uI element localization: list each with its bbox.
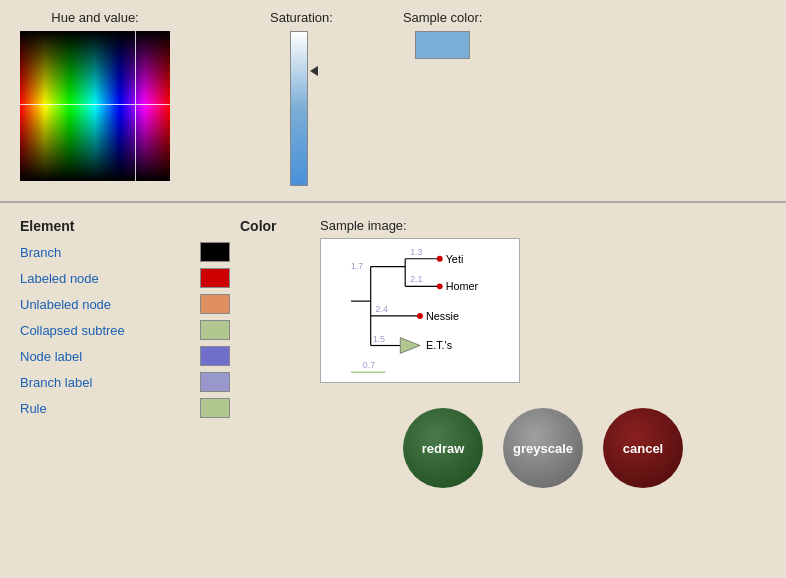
buttons-row: redraw greyscale cancel	[320, 408, 766, 488]
top-panel: Hue and value: Saturation: Sample color:	[0, 0, 786, 203]
crosshair-horizontal	[20, 104, 170, 105]
swatch-branch-label[interactable]	[200, 372, 230, 392]
color-column-header: Color	[240, 218, 277, 234]
swatch-collapsed-subtree[interactable]	[200, 320, 230, 340]
tree-container: Yeti Homer 1.3 2.1 1.7 Nessie 2.4	[320, 238, 520, 383]
table-header: Element Color	[20, 218, 300, 234]
hue-label: Hue and value:	[51, 10, 138, 25]
svg-text:Nessie: Nessie	[426, 310, 459, 322]
hue-section: Hue and value:	[20, 10, 170, 181]
sample-color-section: Sample color:	[403, 10, 482, 59]
elements-table: Element Color Branch Labeled node Unlabe…	[20, 218, 300, 488]
table-row: Rule	[20, 398, 300, 418]
svg-text:0.7: 0.7	[363, 360, 375, 370]
element-collapsed-subtree[interactable]: Collapsed subtree	[20, 323, 180, 338]
saturation-label: Saturation:	[270, 10, 333, 25]
sample-color-box	[415, 31, 470, 59]
saturation-section: Saturation:	[270, 10, 333, 186]
swatch-branch[interactable]	[200, 242, 230, 262]
crosshair-vertical	[135, 31, 136, 181]
swatch-node-label[interactable]	[200, 346, 230, 366]
svg-text:1.7: 1.7	[351, 261, 363, 271]
element-branch-label[interactable]: Branch label	[20, 375, 180, 390]
swatch-rule[interactable]	[200, 398, 230, 418]
table-row: Labeled node	[20, 268, 300, 288]
svg-text:Homer: Homer	[446, 280, 479, 292]
element-node-label[interactable]: Node label	[20, 349, 180, 364]
svg-marker-18	[400, 338, 420, 354]
table-row: Branch label	[20, 372, 300, 392]
cancel-button[interactable]: cancel	[603, 408, 683, 488]
greyscale-button[interactable]: greyscale	[503, 408, 583, 488]
svg-point-14	[417, 313, 423, 319]
saturation-bar-wrap[interactable]	[290, 31, 312, 186]
svg-text:Yeti: Yeti	[446, 253, 464, 265]
svg-text:1.5: 1.5	[373, 334, 385, 344]
svg-text:2.4: 2.4	[376, 304, 388, 314]
svg-text:2.1: 2.1	[410, 274, 422, 284]
hue-canvas[interactable]	[20, 31, 170, 181]
element-rule[interactable]: Rule	[20, 401, 180, 416]
redraw-button[interactable]: redraw	[403, 408, 483, 488]
tree-svg: Yeti Homer 1.3 2.1 1.7 Nessie 2.4	[321, 239, 519, 382]
swatch-labeled-node[interactable]	[200, 268, 230, 288]
element-column-header: Element	[20, 218, 180, 234]
table-row: Node label	[20, 346, 300, 366]
svg-text:E.T.'s: E.T.'s	[426, 339, 453, 351]
sample-area: Sample image: Yeti	[320, 218, 766, 488]
svg-point-8	[437, 283, 443, 289]
saturation-bar[interactable]	[290, 31, 308, 186]
sample-image-label: Sample image:	[320, 218, 766, 233]
svg-point-5	[437, 256, 443, 262]
hue-gradient[interactable]	[20, 31, 170, 181]
table-row: Unlabeled node	[20, 294, 300, 314]
table-row: Collapsed subtree	[20, 320, 300, 340]
svg-text:1.3: 1.3	[410, 247, 422, 257]
swatch-unlabeled-node[interactable]	[200, 294, 230, 314]
element-unlabeled-node[interactable]: Unlabeled node	[20, 297, 180, 312]
element-branch[interactable]: Branch	[20, 245, 180, 260]
sample-color-label: Sample color:	[403, 10, 482, 25]
saturation-marker	[310, 66, 318, 76]
table-row: Branch	[20, 242, 300, 262]
bottom-panel: Element Color Branch Labeled node Unlabe…	[0, 203, 786, 503]
element-labeled-node[interactable]: Labeled node	[20, 271, 180, 286]
